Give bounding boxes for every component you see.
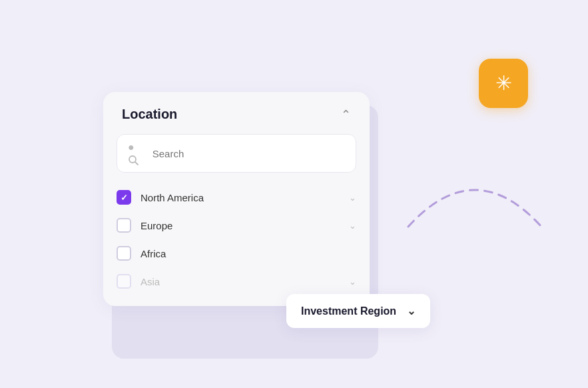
region-label-europe: Europe [141, 220, 340, 231]
search-icon: ● [128, 141, 146, 165]
region-label-africa: Africa [141, 248, 356, 259]
svg-line-1 [135, 162, 138, 165]
investment-region-label: Investment Region [301, 305, 396, 317]
decorative-arc [402, 160, 548, 233]
card-title: Location [122, 107, 177, 122]
region-label-north-america: North America [141, 192, 340, 203]
region-item-africa[interactable]: Africa [117, 239, 356, 267]
chevron-asia-icon[interactable]: ⌄ [349, 277, 356, 287]
region-item-north-america[interactable]: North America ⌄ [117, 183, 356, 211]
checkbox-europe[interactable] [117, 218, 131, 233]
region-item-europe[interactable]: Europe ⌄ [117, 211, 356, 239]
chevron-north-america-icon[interactable]: ⌄ [349, 193, 356, 203]
collapse-icon[interactable]: ⌃ [341, 107, 351, 122]
search-container: ● [103, 134, 370, 183]
chevron-europe-icon[interactable]: ⌄ [349, 221, 356, 231]
region-item-asia[interactable]: Asia ⌄ [117, 267, 356, 295]
region-list: North America ⌄ Europe ⌄ Africa Asia ⌄ [103, 183, 370, 306]
checkbox-north-america[interactable] [117, 190, 131, 205]
checkbox-africa[interactable] [117, 246, 131, 261]
region-label-asia: Asia [141, 276, 340, 287]
location-card: Location ⌃ ● North America ⌄ Europe ⌄ [103, 92, 370, 306]
checkbox-asia[interactable] [117, 274, 131, 289]
asterisk-icon: ✳ [495, 73, 512, 93]
search-input[interactable] [152, 148, 345, 159]
card-header: Location ⌃ [103, 92, 370, 134]
star-button[interactable]: ✳ [479, 59, 528, 108]
investment-region-dropdown[interactable]: Investment Region ⌄ [286, 294, 430, 328]
investment-chevron-icon: ⌄ [407, 305, 416, 317]
search-input-wrapper[interactable]: ● [117, 134, 356, 173]
